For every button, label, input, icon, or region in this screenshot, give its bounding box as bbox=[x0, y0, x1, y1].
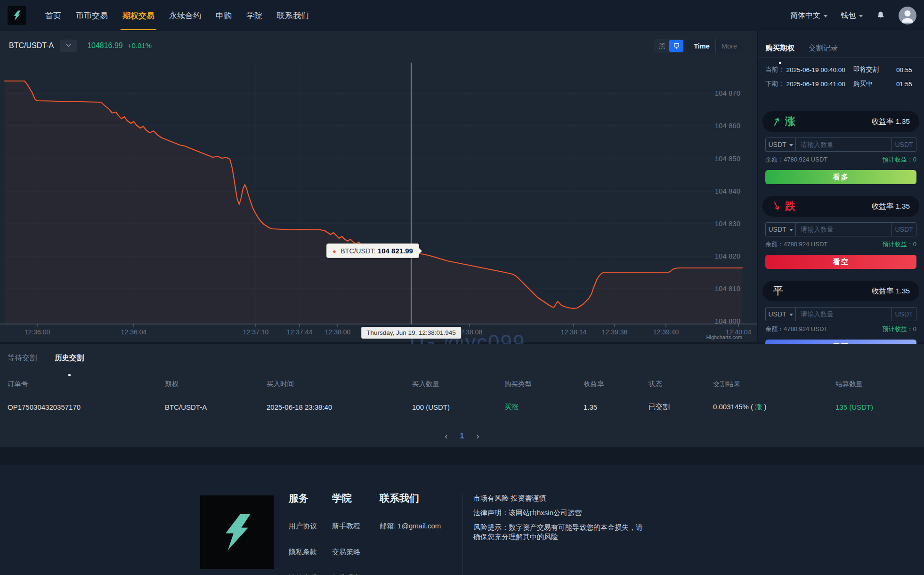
risk-note-3: 风险提示：数字资产交易有可能导致您的本金损失，请 bbox=[473, 523, 643, 532]
nav-item-academy[interactable]: 学院 bbox=[246, 0, 262, 31]
result-direction: 涨 bbox=[755, 403, 762, 411]
x-axis-label: 12:39:36 bbox=[602, 328, 628, 336]
balance-label: 余额： bbox=[765, 241, 784, 248]
tab-buy-options[interactable]: 购买期权 bbox=[765, 43, 794, 57]
risk-note-2: 法律声明：该网站由hxsin公司运营 bbox=[473, 508, 643, 518]
footer-link-privacy[interactable]: 隐私条款 bbox=[289, 548, 317, 557]
card-up-rate: 收益率 1.35 bbox=[872, 117, 910, 127]
x-axis-label: 12:36:00 bbox=[24, 328, 50, 336]
language-selector[interactable]: 简体中文 bbox=[790, 11, 827, 21]
highcharts-credit[interactable]: Highcharts.com bbox=[706, 334, 742, 340]
balance-value: 4780.924 USDT bbox=[784, 241, 827, 248]
nav-item-subscribe[interactable]: 申购 bbox=[216, 0, 232, 31]
theme-dark-button[interactable]: 黑 bbox=[655, 40, 669, 52]
footer-risk-notes: 市场有风险 投资需谨慎 法律声明：该网站由hxsin公司运营 风险提示：数字资产… bbox=[473, 494, 643, 547]
amount-input-flat[interactable] bbox=[796, 308, 892, 321]
amount-suffix: USDT bbox=[892, 308, 916, 321]
footer-divider bbox=[462, 494, 463, 575]
price-chart[interactable]: 104 870104 860104 850104 840104 830104 8… bbox=[0, 60, 757, 342]
next-period-row: 下期： 2025-06-19 00:41:00 购买中 01:55 bbox=[765, 77, 916, 91]
interval-time-button[interactable]: Time bbox=[688, 39, 715, 53]
cell-result: 0.003145% ( 涨 ) bbox=[713, 403, 835, 412]
x-axis-label: 12:37:10 bbox=[243, 328, 269, 336]
x-axis-label: 12:36:04 bbox=[121, 328, 147, 336]
go-long-button[interactable]: 看多 bbox=[765, 170, 916, 184]
go-short-button[interactable]: 看空 bbox=[765, 255, 916, 269]
chart-tooltip: ● BTC/USDT: 104 821.99 bbox=[326, 243, 419, 258]
current-status: 即将交割 bbox=[853, 65, 879, 74]
nav-item-contact[interactable]: 联系我们 bbox=[277, 0, 309, 31]
page-footer: 服务 用户协议 隐私条款 法律声明 学院 新手教程 交易策略 行业研究 联系我们… bbox=[0, 465, 924, 575]
footer-email[interactable]: 邮箱: 1@gmail.com bbox=[380, 522, 441, 531]
nav-item-spot[interactable]: 币币交易 bbox=[76, 0, 108, 31]
col-status: 状态 bbox=[648, 380, 713, 389]
profit-label: 预计收益： bbox=[883, 156, 913, 163]
card-up-amount-row: USDT USDT bbox=[765, 138, 916, 152]
nav-item-options[interactable]: 期权交易 bbox=[122, 0, 154, 31]
current-datetime: 2025-06-19 00:40:00 bbox=[786, 66, 845, 73]
tab-delivery-records[interactable]: 交割记录 bbox=[809, 43, 838, 57]
next-status: 购买中 bbox=[853, 80, 873, 88]
chevron-down-icon bbox=[789, 144, 793, 146]
nav-item-home[interactable]: 首页 bbox=[45, 0, 61, 31]
balance-value: 4780.924 USDT bbox=[784, 325, 827, 332]
chart-type-button[interactable] bbox=[669, 40, 683, 52]
pair-selector-button[interactable] bbox=[60, 40, 77, 52]
panel-tabs: 购买期权 交割记录 bbox=[758, 31, 924, 58]
card-down-title: 跌 bbox=[785, 199, 795, 213]
history-section: 等待交割 历史交割 订单号 期权 买入时间 买入数量 购买类型 收益率 状态 交… bbox=[0, 344, 924, 447]
prev-page-button[interactable]: ‹ bbox=[445, 432, 448, 440]
card-flat-rate: 收益率 1.35 bbox=[872, 286, 910, 296]
risk-note-1: 市场有风险 投资需谨慎 bbox=[473, 494, 643, 503]
interval-group: Time More bbox=[688, 39, 743, 53]
currency-label: USDT bbox=[768, 141, 786, 148]
wallet-menu[interactable]: 钱包 bbox=[841, 11, 863, 21]
currency-select[interactable]: USDT bbox=[766, 308, 796, 321]
axis-time-tooltip: Thursday, Jun 19, 12:38:01.945 bbox=[361, 327, 461, 339]
y-axis-label: 104 870 bbox=[715, 89, 740, 97]
y-axis-label: 104 830 bbox=[715, 219, 740, 227]
tab-pending-delivery[interactable]: 等待交割 bbox=[8, 353, 37, 371]
next-page-button[interactable]: › bbox=[476, 432, 479, 440]
profit-value: 0 bbox=[913, 241, 916, 248]
monitor-icon bbox=[673, 42, 680, 49]
footer-link-beginner[interactable]: 新手教程 bbox=[332, 522, 360, 531]
card-down-balance-row: 余额：4780.924 USDT 预计收益：0 bbox=[765, 240, 916, 249]
card-up-title: 涨 bbox=[785, 114, 795, 129]
cell-option: BTC/USDT-A bbox=[165, 403, 267, 411]
chevron-down-icon bbox=[66, 44, 71, 47]
notifications-bell[interactable] bbox=[876, 10, 885, 21]
result-prefix: 0.003145% ( bbox=[713, 403, 755, 411]
col-settlement: 结算数量 bbox=[835, 380, 924, 389]
next-label: 下期： bbox=[765, 80, 785, 88]
main-content: BTC/USDT-A 104816.99 +0.01% 黑 bbox=[0, 31, 924, 342]
last-price: 104816.99 bbox=[87, 41, 123, 50]
user-avatar[interactable] bbox=[899, 7, 916, 24]
footer-academy-title: 学院 bbox=[332, 492, 360, 505]
footer-contact-title: 联系我们 bbox=[380, 492, 441, 505]
trade-card-up: 涨 收益率 1.35 USDT USDT 余额：4780.924 USDT 预计… bbox=[765, 111, 916, 184]
nav-item-perpetual[interactable]: 永续合约 bbox=[169, 0, 201, 31]
amount-input-down[interactable] bbox=[796, 223, 892, 236]
col-order-id: 订单号 bbox=[8, 380, 165, 389]
page-1-button[interactable]: 1 bbox=[460, 432, 464, 440]
interval-more-button[interactable]: More bbox=[715, 39, 743, 53]
amount-input-up[interactable] bbox=[796, 138, 892, 151]
cell-buy-type: 买涨 bbox=[504, 403, 584, 412]
trade-panel: 购买期权 交割记录 当前： 2025-06-19 00:40:00 即将交割 0… bbox=[757, 31, 924, 342]
result-suffix: ) bbox=[762, 403, 766, 411]
user-icon bbox=[899, 7, 916, 24]
topbar-right: 简体中文 钱包 bbox=[790, 7, 916, 24]
tab-history-delivery[interactable]: 历史交割 bbox=[55, 353, 84, 371]
brand-logo[interactable] bbox=[8, 6, 26, 25]
arrow-up-icon bbox=[773, 117, 781, 126]
cell-amount: 100 (USDT) bbox=[412, 403, 504, 411]
footer-link-strategy[interactable]: 交易策略 bbox=[332, 548, 360, 557]
amount-suffix: USDT bbox=[892, 223, 916, 236]
currency-select[interactable]: USDT bbox=[766, 223, 796, 236]
next-datetime: 2025-06-19 00:41:00 bbox=[786, 81, 845, 88]
series-area bbox=[5, 81, 742, 324]
pagination: ‹ 1 › bbox=[0, 432, 924, 440]
footer-link-user-agreement[interactable]: 用户协议 bbox=[289, 522, 317, 531]
currency-select[interactable]: USDT bbox=[766, 138, 796, 151]
